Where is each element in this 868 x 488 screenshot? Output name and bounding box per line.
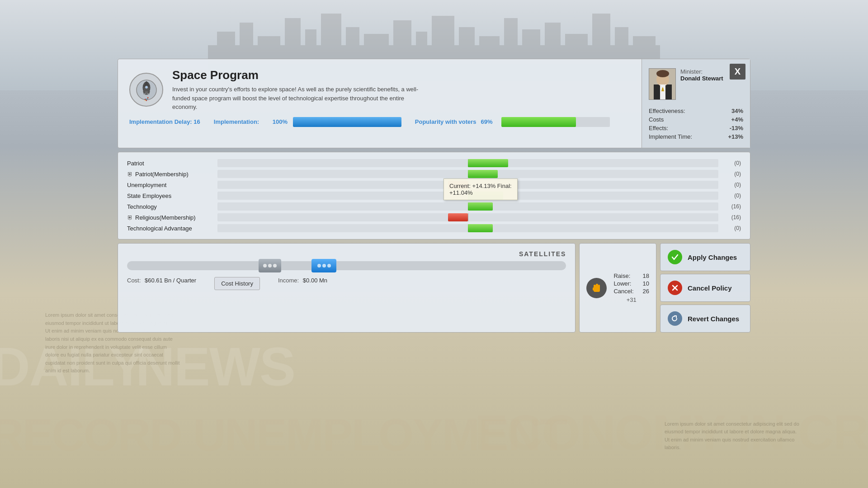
effect-name-tech-advantage: Technological Advantage [127,225,217,232]
svg-text:🚀: 🚀 [144,97,149,101]
lower-row: Lower: 10 [613,280,649,287]
policy-panel: 🚀 Space Program Invest in your country's… [118,59,750,148]
effect-val-religious-membership: (16) [723,214,741,221]
minister-stats: Effectiveness: 34% Costs +4% Effects: -1… [649,107,743,141]
impl-delay-label: Implementation Delay: 16 [129,118,200,125]
raise-val: 18 [643,272,649,279]
svg-rect-40 [598,285,600,288]
cancel-val: 26 [643,288,649,295]
effects-panel: Patriot (0) ⛨ Patriot(Membership) (0) Un… [118,152,750,239]
cost-history-btn-container: Cost History [214,277,260,290]
pop-bar-fill [501,117,576,127]
costs-val: +4% [719,115,743,124]
impl-pct: 100% [273,118,288,125]
slider-track-container: SATELLITES [127,250,566,270]
cost-history-button[interactable]: Cost History [214,277,260,290]
raise-label: Raise: [613,272,630,279]
effect-row-state-employees: State Employees (0) [127,192,741,200]
svg-point-27 [145,86,148,89]
cancel-row: Cancel: 26 [613,288,649,295]
bottom-panel: SATELLITES Cost: [118,243,750,333]
effect-bar-patriot [217,159,718,167]
revert-label: Revert Changes [688,315,739,323]
slider-node-current[interactable] [311,259,336,272]
close-button[interactable]: X [730,64,745,80]
apply-changes-button[interactable]: Apply Changes [660,243,750,271]
svg-rect-41 [593,287,594,291]
effect-val-patriot: (0) [723,160,741,166]
effect-row-patriot-membership: ⛨ Patriot(Membership) (0) [127,170,741,178]
policy-title: Space Program [172,68,425,82]
membership-icon-1: ⛨ [127,171,133,178]
cost-income-row: Cost: $60.61 Bn / Quarter Cost History I… [127,277,566,290]
policy-bars: Implementation Delay: 16 Implementation:… [129,117,630,127]
cancel-policy-button[interactable]: Cancel Policy [660,274,750,302]
policy-description: Invest in your country's efforts to expl… [172,85,425,112]
policy-main: 🚀 Space Program Invest in your country's… [118,59,642,148]
effect-val-patriot-membership: (0) [723,171,741,177]
apply-icon [668,250,682,264]
minister-name: Donald Stewart [680,75,723,82]
cancel-label: Cancel: [613,288,633,295]
membership-icon-2: ⛨ [127,214,133,221]
effect-row-religious-membership: ⛨ Religious(Membership) (16) [127,213,741,221]
income-display: Income: $0.00 Mn [278,277,327,290]
policy-title-block: Space Program Invest in your country's e… [172,68,425,112]
impl-bar-label: Implementation: [214,118,268,125]
apply-label: Apply Changes [688,253,737,261]
raise-row: Raise: 18 [613,272,649,279]
effect-bar-technology [217,202,718,211]
effectiveness-label: Effectiveness: [649,107,719,115]
income-label: Income: [278,277,299,284]
minister-header: Minister: Donald Stewart [649,68,743,100]
minister-avatar [649,68,676,100]
costs-label: Costs [649,115,719,124]
tooltip-final: +11.04% [449,189,512,196]
vote-net: +31 [613,296,649,303]
effect-name-patriot-membership: ⛨ Patriot(Membership) [127,171,217,178]
effect-name-religious-membership: ⛨ Religious(Membership) [127,214,217,221]
revert-changes-button[interactable]: Revert Changes [660,305,750,333]
effects-label: Effects: [649,124,719,132]
popularity-bar-group: Popularity with voters 69% [415,117,610,127]
effect-name-patriot: Patriot [127,160,217,167]
impl-bar-container [293,117,401,127]
policy-header: 🚀 Space Program Invest in your country's… [129,68,630,112]
svg-rect-24 [145,91,148,95]
minister-info: Minister: Donald Stewart [680,68,723,82]
effectiveness-val: 34% [719,107,743,115]
unemployment-tooltip: Current: +14.13% Final: +11.04% [443,178,518,200]
cost-label: Cost: [127,277,141,284]
implement-val: +13% [719,132,743,141]
minister-label: Minister: [680,68,723,75]
minister-panel: X [642,59,750,148]
svg-point-34 [656,70,669,77]
pop-pct: 69% [481,118,497,125]
effect-row-technology: Technology (16) [127,202,741,211]
cancel-icon [668,281,682,295]
policy-icon: 🚀 [129,73,163,107]
effect-name-unemployment: Unemployment [127,182,217,188]
effect-bar-unemployment: Current: +14.13% Final: +11.04% [217,181,718,189]
effect-bar-tech-advantage [217,224,718,232]
vote-icon [586,278,607,298]
lower-label: Lower: [613,280,631,287]
slider-node-low[interactable] [259,259,281,272]
cost-display: Cost: $60.61 Bn / Quarter [127,277,196,290]
effect-val-tech-advantage: (0) [723,225,741,231]
implementation-bar-group: Implementation: 100% [214,117,401,127]
income-val: $0.00 Mn [303,277,327,284]
vote-numbers: Raise: 18 Lower: 10 Cancel: 26 +31 [613,272,649,303]
vote-panel: Raise: 18 Lower: 10 Cancel: 26 +31 [579,243,656,333]
slider-panel: SATELLITES Cost: [118,243,576,333]
effect-bar-patriot-membership [217,170,718,178]
effect-val-unemployment: (0) [723,182,741,188]
svg-rect-39 [596,284,598,288]
slider-track[interactable] [127,261,566,270]
impl-bar-fill [293,117,401,127]
action-panel: Apply Changes Cancel Policy [660,243,750,333]
effects-val: -13% [719,124,743,132]
effect-bar-religious-membership [217,213,718,221]
effect-name-state-employees: State Employees [127,192,217,199]
effect-row-patriot: Patriot (0) [127,159,741,167]
